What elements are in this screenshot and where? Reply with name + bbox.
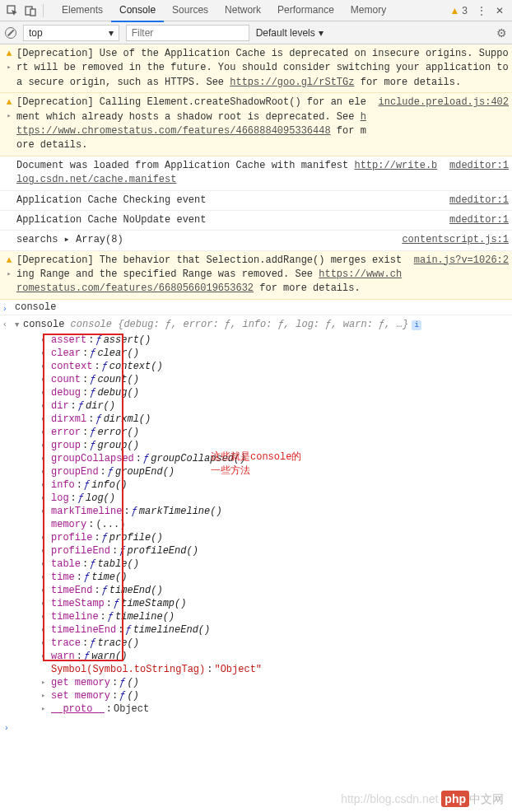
kebab-icon[interactable]: ⋮ (472, 2, 491, 20)
property-row[interactable]: ▸timeline: ƒ timeline() (41, 610, 509, 623)
divider (43, 4, 44, 17)
property-row[interactable]: ▸dirxml: ƒ dirxml() (41, 413, 509, 426)
gear-icon[interactable]: ⚙ (496, 26, 507, 40)
message-link[interactable]: https://www.chromestatus.com/features/46… (16, 111, 366, 137)
console-input-value[interactable]: console (15, 301, 56, 313)
property-row[interactable]: ▸log: ƒ log() (41, 492, 509, 505)
property-row[interactable]: memory: (...) (41, 518, 509, 531)
message-link[interactable]: https://www.chromestatus.com/features/66… (16, 268, 402, 294)
property-row[interactable]: ▸warn: ƒ warn() (41, 650, 509, 663)
property-row[interactable]: ▸timeEnd: ƒ timeEnd() (41, 584, 509, 597)
expand-arrow-icon: ▸ (41, 480, 49, 489)
expand-arrow-icon: ▸ (41, 506, 49, 516)
property-value: timelineEnd() (133, 624, 211, 636)
property-value: time() (91, 572, 127, 583)
property-row[interactable]: ▸timelineEnd: ƒ timelineEnd() (41, 623, 509, 637)
property-row[interactable]: ▸timeStamp: ƒ timeStamp() (41, 597, 509, 610)
property-value: context() (109, 361, 163, 372)
expand-arrow-icon: ▸ (41, 678, 49, 687)
message-text: Document was loaded from Application Cac… (16, 159, 440, 188)
expand-arrow-icon: ▸ (41, 638, 49, 647)
chevron-down-icon: ▾ (109, 27, 114, 39)
property-row[interactable]: ▸table: ƒ table() (41, 558, 509, 571)
expand-arrow-icon[interactable]: ▸ (7, 63, 11, 73)
tab-sources[interactable]: Sources (164, 0, 216, 22)
property-value: clear() (97, 348, 138, 359)
message-link[interactable]: https://goo.gl/rStTGz (230, 77, 354, 88)
expand-arrow-icon: ▸ (41, 401, 49, 410)
property-row[interactable]: ▸assert: ƒ assert() (41, 334, 509, 347)
property-name: __proto__ (51, 703, 105, 715)
property-row[interactable]: ▸context: ƒ context() (41, 360, 509, 373)
expand-arrow-icon[interactable]: ▸ (7, 269, 11, 280)
object-summary[interactable]: ▼console console {debug: ƒ, error: ƒ, in… (15, 317, 509, 332)
property-row[interactable]: ▸markTimeline: ƒ markTimeline() (41, 505, 509, 518)
expand-arrow-icon: ▸ (41, 704, 49, 713)
property-row[interactable]: ▸profileEnd: ƒ profileEnd() (41, 544, 509, 558)
expand-arrow-icon: ▸ (41, 599, 49, 608)
property-name: log (51, 492, 69, 504)
property-row[interactable]: ▸dir: ƒ dir() (41, 399, 509, 413)
prompt-cursor[interactable]: › (0, 719, 512, 735)
property-name: debug (51, 387, 81, 399)
device-icon[interactable] (21, 2, 40, 20)
property-value: (...) (95, 519, 125, 530)
info-icon[interactable]: i (412, 320, 421, 330)
tab-console[interactable]: Console (111, 0, 164, 22)
inspect-icon[interactable] (3, 2, 21, 20)
property-row[interactable]: ▸set memory: ƒ () (41, 689, 509, 702)
filter-input[interactable] (126, 25, 249, 41)
property-value: group() (97, 440, 138, 451)
warning-count[interactable]: ▲3 (449, 5, 468, 16)
source-link[interactable]: mdeditor:1 (440, 194, 509, 208)
expand-arrow-icon: ▸ (41, 625, 49, 634)
expand-arrow-icon: ▸ (41, 388, 49, 397)
property-name: context (51, 361, 92, 372)
property-row[interactable]: ▸count: ƒ count() (41, 373, 509, 386)
property-row[interactable]: Symbol(Symbol.toStringTag): "Object" (41, 663, 509, 676)
property-name: info (51, 479, 75, 491)
tab-performance[interactable]: Performance (269, 0, 342, 22)
expand-arrow-icon[interactable]: ▸ (7, 111, 11, 122)
source-link[interactable]: main.js?v=1026:2 (404, 254, 509, 296)
property-row[interactable]: ▸get memory: ƒ () (41, 676, 509, 689)
expand-arrow-icon: ▸ (41, 335, 49, 344)
message-link[interactable]: http://write.blog.csdn.net/cache.manifes… (16, 160, 437, 185)
tab-elements[interactable]: Elements (54, 0, 111, 22)
property-name: table (51, 558, 81, 570)
tab-network[interactable]: Network (216, 0, 269, 22)
close-icon[interactable]: ✕ (491, 2, 509, 20)
property-name: groupEnd (51, 466, 99, 478)
source-link[interactable]: include.preload.js:402 (369, 96, 509, 153)
source-link[interactable]: mdeditor:1 (440, 213, 509, 227)
expand-arrow-icon: ▸ (41, 454, 49, 463)
warning-count-value: 3 (462, 5, 468, 16)
property-row[interactable]: ▸trace: ƒ trace() (41, 637, 509, 650)
expand-arrow-icon: ▸ (41, 441, 49, 450)
context-select[interactable]: top▾ (23, 25, 119, 41)
clear-console-icon[interactable] (5, 27, 16, 39)
property-row[interactable]: ▸profile: ƒ profile() (41, 531, 509, 544)
property-row[interactable]: ▸info: ƒ info() (41, 478, 509, 492)
property-name: trace (51, 637, 81, 649)
levels-select[interactable]: Default levels▾ (256, 27, 323, 39)
expand-arrow-icon: ▸ (41, 546, 49, 555)
property-row[interactable]: ▸clear: ƒ clear() (41, 347, 509, 360)
property-row[interactable]: ▸__proto__: Object (41, 702, 509, 716)
property-name: clear (51, 348, 81, 359)
property-row[interactable]: ▸error: ƒ error() (41, 426, 509, 439)
expand-arrow-icon: ▸ (41, 533, 49, 542)
message-text: Application Cache NoUpdate event (16, 213, 440, 227)
source-link[interactable]: contentscript.js:1 (392, 233, 509, 247)
source-link[interactable]: mdeditor:1 (440, 159, 509, 188)
property-row[interactable]: ▸time: ƒ time() (41, 571, 509, 584)
property-row[interactable]: ▸debug: ƒ debug() (41, 386, 509, 399)
property-name: assert (51, 334, 86, 346)
expand-arrow-icon: ▸ (41, 375, 49, 384)
property-name: error (51, 427, 81, 438)
property-value: dir() (86, 400, 115, 412)
expand-arrow-icon[interactable]: ▼ (15, 321, 23, 329)
tab-memory[interactable]: Memory (342, 0, 394, 22)
property-value: markTimeline() (139, 506, 222, 517)
property-name: profile (51, 532, 92, 544)
